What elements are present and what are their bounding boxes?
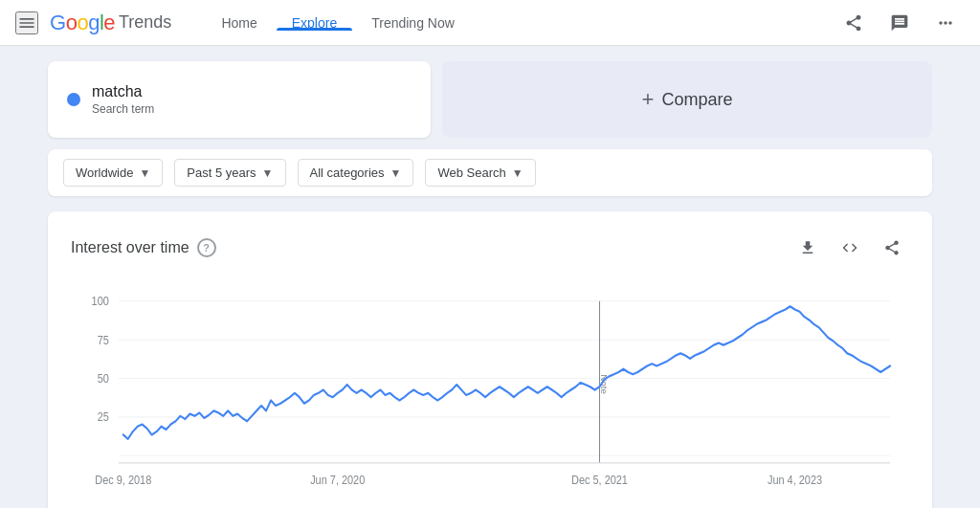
header-right — [835, 4, 965, 42]
category-filter[interactable]: All categories ▼ — [298, 159, 414, 187]
trend-chart: 100 75 50 25 Note Dec 9, 2018 Jun 7, 202… — [71, 280, 909, 508]
header-left: Google Trends Home Explore Trending Now — [15, 11, 470, 35]
search-area: matcha Search term + Compare — [48, 61, 932, 138]
chart-title-area: Interest over time ? — [71, 238, 216, 257]
chart-actions — [791, 231, 909, 265]
chart-container: 100 75 50 25 Note Dec 9, 2018 Jun 7, 202… — [71, 280, 909, 508]
logo-text: Google — [50, 11, 115, 35]
chart-header: Interest over time ? — [71, 231, 909, 265]
svg-text:75: 75 — [98, 334, 109, 346]
apps-button[interactable] — [926, 4, 965, 42]
share-chart-button[interactable] — [875, 231, 909, 265]
compare-plus-icon: + — [642, 87, 655, 112]
nav-home[interactable]: Home — [206, 15, 272, 31]
svg-text:Jun 7, 2020: Jun 7, 2020 — [310, 474, 365, 486]
feedback-button[interactable] — [880, 4, 919, 42]
nav-explore[interactable]: Explore — [277, 15, 352, 31]
main-nav: Home Explore Trending Now — [206, 15, 469, 31]
svg-text:50: 50 — [98, 372, 109, 385]
header: Google Trends Home Explore Trending Now — [0, 0, 980, 46]
share-button[interactable] — [835, 4, 873, 42]
search-dot — [67, 93, 80, 106]
svg-text:Jun 4, 2023: Jun 4, 2023 — [768, 474, 822, 486]
chart-title: Interest over time — [71, 239, 189, 256]
svg-text:Dec 9, 2018: Dec 9, 2018 — [95, 474, 151, 486]
google-trends-logo[interactable]: Google Trends — [50, 11, 171, 35]
main-content: matcha Search term + Compare Worldwide ▼… — [0, 46, 980, 508]
svg-text:100: 100 — [92, 296, 109, 308]
nav-trending-now[interactable]: Trending Now — [356, 15, 470, 31]
help-icon[interactable]: ? — [197, 238, 216, 257]
search-term-info: matcha Search term — [92, 83, 154, 116]
time-range-label: Past 5 years — [187, 166, 256, 180]
compare-card[interactable]: + Compare — [442, 61, 932, 138]
search-term-type: Search term — [92, 102, 154, 116]
svg-text:25: 25 — [98, 411, 109, 424]
trends-text: Trends — [119, 12, 171, 33]
time-range-filter[interactable]: Past 5 years ▼ — [174, 159, 285, 187]
filters-bar: Worldwide ▼ Past 5 years ▼ All categorie… — [48, 149, 932, 196]
embed-button[interactable] — [833, 231, 867, 265]
hamburger-icon[interactable] — [15, 11, 38, 34]
search-type-label: Web Search — [437, 166, 505, 180]
location-label: Worldwide — [76, 166, 133, 180]
time-chevron-icon: ▼ — [262, 166, 274, 180]
search-term-card: matcha Search term — [48, 61, 431, 138]
search-term-name: matcha — [92, 83, 154, 100]
interest-over-time-card: Interest over time ? — [48, 211, 932, 508]
location-chevron-icon: ▼ — [139, 166, 150, 180]
compare-label: Compare — [661, 90, 732, 110]
download-button[interactable] — [791, 231, 825, 265]
category-chevron-icon: ▼ — [390, 166, 402, 180]
svg-text:Dec 5, 2021: Dec 5, 2021 — [571, 474, 628, 486]
location-filter[interactable]: Worldwide ▼ — [63, 159, 163, 187]
search-type-filter[interactable]: Web Search ▼ — [425, 159, 535, 187]
category-label: All categories — [310, 166, 385, 180]
search-type-chevron-icon: ▼ — [512, 166, 523, 180]
